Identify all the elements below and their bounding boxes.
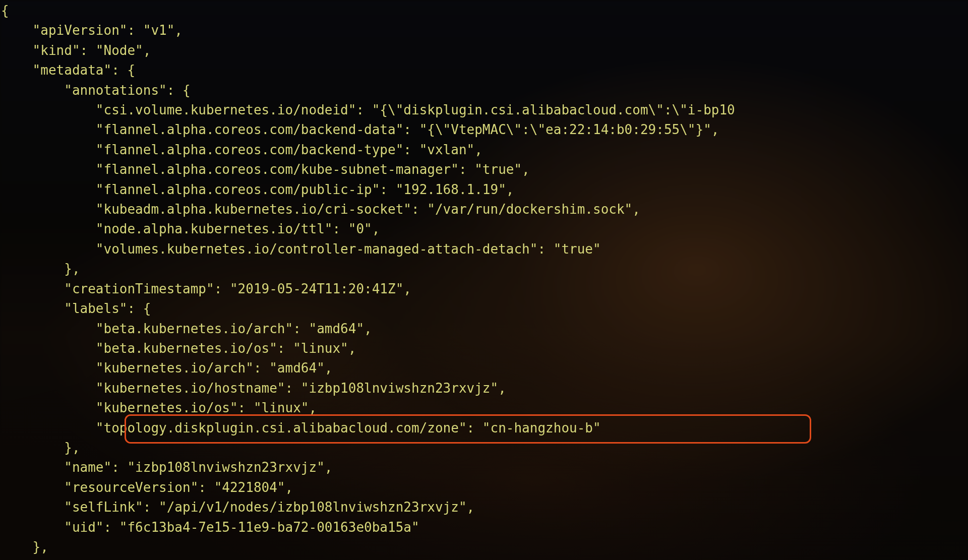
highlight-box <box>125 414 811 444</box>
code-line: "kubernetes.io/arch": "amd64", <box>1 360 332 376</box>
code-line: "kubeadm.alpha.kubernetes.io/cri-socket"… <box>1 202 640 217</box>
code-line: "labels": { <box>1 301 151 316</box>
code-line: "beta.kubernetes.io/os": "linux", <box>1 341 356 356</box>
code-line: "flannel.alpha.coreos.com/kube-subnet-ma… <box>1 162 530 177</box>
code-line: "beta.kubernetes.io/arch": "amd64", <box>1 321 372 336</box>
code-line: "name": "izbp108lnviwshzn23rxvjz", <box>1 460 332 475</box>
code-line: }, <box>1 261 80 276</box>
code-line: }, <box>1 539 48 554</box>
code-line: "metadata": { <box>1 63 135 78</box>
code-line: }, <box>1 440 80 455</box>
code-line: "annotations": { <box>1 83 191 98</box>
code-line: "resourceVersion": "4221804", <box>1 480 293 495</box>
code-line: "kubernetes.io/os": "linux", <box>1 400 317 415</box>
code-line: "uid": "f6c13ba4-7e15-11e9-ba72-00163e0b… <box>1 520 419 535</box>
terminal-output[interactable]: { "apiVersion": "v1", "kind": "Node", "m… <box>0 0 968 557</box>
code-line: "volumes.kubernetes.io/controller-manage… <box>1 241 601 257</box>
code-line: "apiVersion": "v1", <box>1 23 183 38</box>
code-line: "selfLink": "/api/v1/nodes/izbp108lnviws… <box>1 500 474 515</box>
code-line: "csi.volume.kubernetes.io/nodeid": "{\"d… <box>1 102 735 117</box>
code-line: "node.alpha.kubernetes.io/ttl": "0", <box>1 221 380 236</box>
code-line: "kind": "Node", <box>1 43 151 58</box>
code-line: "flannel.alpha.coreos.com/backend-data":… <box>1 122 719 137</box>
code-line: "kubernetes.io/hostname": "izbp108lnviws… <box>1 381 506 396</box>
code-line: "flannel.alpha.coreos.com/backend-type":… <box>1 142 482 157</box>
code-line: "creationTimestamp": "2019-05-24T11:20:4… <box>1 281 411 296</box>
code-line: { <box>1 3 9 18</box>
code-line: "flannel.alpha.coreos.com/public-ip": "1… <box>1 182 514 197</box>
